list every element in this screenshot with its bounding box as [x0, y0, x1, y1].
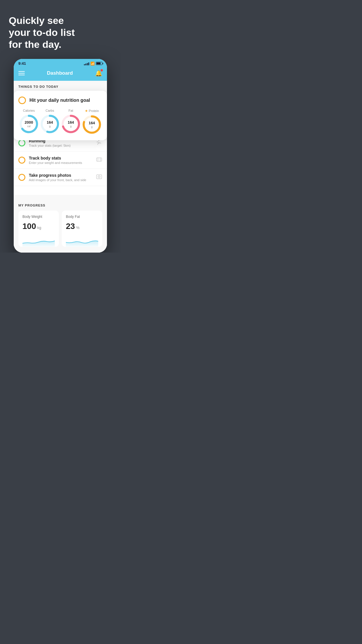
photos-title: Take progress photos: [29, 173, 92, 178]
body-fat-chart: [66, 235, 98, 247]
notifications-button[interactable]: 🔔: [95, 70, 102, 77]
nutrition-card: Hit your daily nutrition goal Calories 2: [14, 91, 107, 140]
photos-content: Take progress photos Add images of your …: [29, 173, 92, 182]
protein-ring: 164 g: [82, 115, 102, 134]
body-stats-circle: [18, 157, 25, 164]
app-header: Dashboard 🔔: [14, 67, 107, 81]
running-icon: [95, 139, 102, 147]
carbs-item: Carbs 164 g: [40, 109, 60, 134]
body-weight-card-title: Body Weight: [22, 215, 55, 219]
progress-cards: Body Weight 100 kg: [14, 211, 107, 253]
status-bar: 9:41 📶: [14, 59, 107, 67]
calories-item: Calories 2000 cal: [19, 109, 39, 134]
signal-icon: [84, 62, 89, 65]
app-title: Dashboard: [47, 70, 73, 76]
wifi-icon: 📶: [90, 62, 95, 66]
carbs-unit: g: [47, 125, 53, 128]
body-weight-card[interactable]: Body Weight 100 kg: [18, 211, 59, 247]
todo-item-photos[interactable]: Take progress photos Add images of your …: [14, 169, 107, 186]
fat-unit: g: [68, 125, 74, 128]
body-weight-unit: kg: [37, 225, 41, 230]
protein-label: ★ Protein: [85, 109, 99, 113]
photos-subtitle: Add images of your front, back, and side: [29, 178, 92, 182]
nutrition-card-title: Hit your daily nutrition goal: [29, 98, 90, 103]
nutrition-row: Calories 2000 cal: [18, 109, 102, 134]
battery-icon: [96, 62, 102, 65]
carbs-ring: 164 g: [40, 114, 60, 134]
body-stats-content: Track body stats Enter your weight and m…: [29, 156, 92, 164]
calories-ring: 2000 cal: [19, 114, 39, 134]
status-icons: 📶: [84, 62, 102, 66]
body-stats-subtitle: Enter your weight and measurements: [29, 161, 92, 164]
protein-value: 164: [89, 121, 95, 125]
fat-value: 164: [68, 120, 74, 125]
body-weight-value-row: 100 kg: [22, 222, 55, 231]
body-fat-unit: %: [76, 225, 80, 230]
menu-button[interactable]: [18, 71, 25, 75]
nutrition-card-title-row: Hit your daily nutrition goal: [18, 97, 102, 104]
body-fat-value-row: 23 %: [66, 222, 98, 231]
protein-item: ★ Protein 164 g: [82, 109, 102, 134]
calories-value: 2000: [25, 120, 33, 125]
phone-mockup: 9:41 📶 Dashboard 🔔 THINGS TO: [14, 59, 107, 253]
carbs-label: Carbs: [45, 109, 54, 112]
notification-badge: [101, 69, 103, 71]
running-circle: [18, 139, 25, 146]
things-to-do-header: THINGS TO DO TODAY: [14, 81, 107, 91]
body-fat-value: 23: [66, 222, 75, 231]
svg-point-13: [99, 176, 100, 177]
body-weight-value: 100: [22, 222, 36, 231]
calories-label: Calories: [23, 109, 35, 112]
carbs-value: 164: [47, 120, 53, 125]
fat-ring: 164 g: [61, 114, 81, 134]
body-fat-card[interactable]: Body Fat 23 %: [62, 211, 102, 247]
progress-header: MY PROGRESS: [14, 201, 107, 211]
calories-unit: cal: [25, 125, 33, 128]
progress-section: MY PROGRESS Body Weight 100 kg: [14, 195, 107, 253]
todo-list: Running Track your stats (target: 5km) T…: [14, 134, 107, 195]
body-weight-chart: [22, 235, 55, 247]
body-stats-icon: [96, 156, 102, 164]
photos-circle: [18, 174, 25, 181]
nutrition-circle-check: [18, 97, 26, 104]
fat-label: Fat: [68, 109, 73, 112]
svg-rect-8: [96, 158, 102, 161]
protein-unit: g: [89, 125, 95, 128]
status-time: 9:41: [18, 61, 26, 66]
photos-icon: [96, 174, 102, 181]
todo-item-body-stats[interactable]: Track body stats Enter your weight and m…: [14, 152, 107, 169]
hero-title: Quickly see your to-do list for the day.: [9, 15, 112, 50]
app-body: THINGS TO DO TODAY Hit your daily nutrit…: [14, 81, 107, 253]
running-subtitle: Track your stats (target: 5km): [29, 144, 92, 147]
protein-star-icon: ★: [85, 109, 88, 113]
body-stats-title: Track body stats: [29, 156, 92, 160]
fat-item: Fat 164 g: [61, 109, 81, 134]
body-fat-card-title: Body Fat: [66, 215, 98, 219]
hero-section: Quickly see your to-do list for the day.: [0, 0, 121, 56]
